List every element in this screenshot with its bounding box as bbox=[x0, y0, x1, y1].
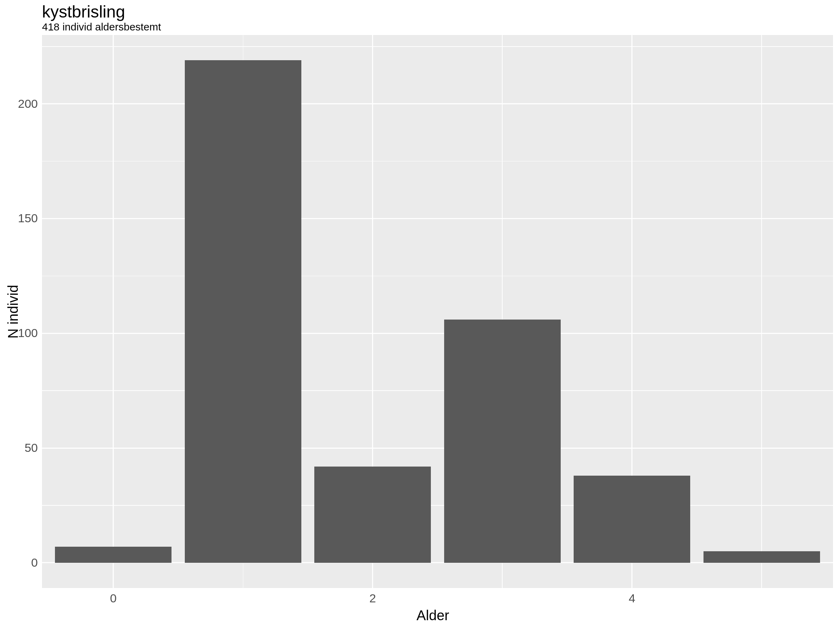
gridline-h bbox=[42, 103, 833, 104]
y-axis-label-wrap: N individ bbox=[6, 35, 20, 588]
gridline-h-minor bbox=[42, 390, 833, 391]
gridline-h-minor bbox=[42, 161, 833, 162]
x-tick-label: 4 bbox=[614, 592, 650, 605]
bar bbox=[444, 319, 561, 563]
gridline-h bbox=[42, 333, 833, 334]
chart-subtitle: 418 individ aldersbestemt bbox=[42, 21, 161, 33]
chart-title: kystbrisling bbox=[42, 2, 125, 21]
bar bbox=[574, 476, 690, 563]
bar bbox=[185, 60, 302, 563]
gridline-h bbox=[42, 448, 833, 449]
bar bbox=[314, 467, 431, 563]
gridline-h-minor bbox=[42, 505, 833, 506]
x-tick-label: 0 bbox=[96, 592, 131, 605]
gridline-h bbox=[42, 218, 833, 219]
chart-figure: kystbrisling 418 individ aldersbestemt 0… bbox=[0, 0, 840, 630]
gridline-v bbox=[113, 35, 114, 588]
plot-panel bbox=[42, 35, 833, 588]
x-tick-label: 2 bbox=[355, 592, 390, 605]
bar bbox=[704, 551, 820, 563]
x-axis-label: Alder bbox=[417, 608, 449, 627]
y-axis-label: N individ bbox=[6, 284, 21, 338]
gridline-v-minor bbox=[761, 35, 762, 588]
gridline-h-minor bbox=[42, 46, 833, 47]
bar bbox=[55, 547, 172, 563]
gridline-h-minor bbox=[42, 276, 833, 276]
